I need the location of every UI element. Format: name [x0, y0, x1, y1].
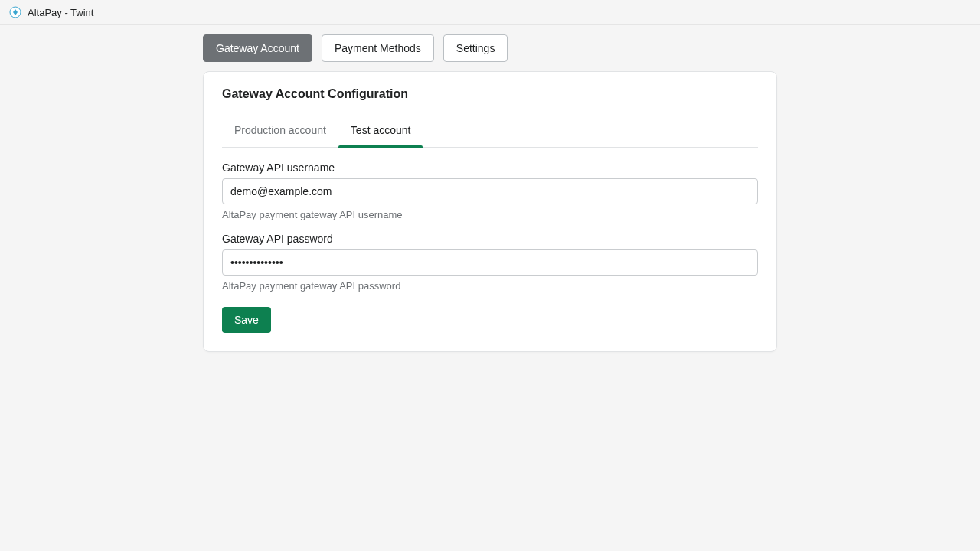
card-title: Gateway Account Configuration	[222, 87, 758, 101]
password-help: AltaPay payment gateway API password	[222, 280, 758, 292]
username-input[interactable]	[222, 178, 758, 204]
username-label: Gateway API username	[222, 161, 758, 174]
app-title: AltaPay - Twint	[28, 7, 93, 18]
subtab-test[interactable]: Test account	[338, 115, 423, 147]
username-help: AltaPay payment gateway API username	[222, 209, 758, 220]
nav-tabs: Gateway Account Payment Methods Settings	[203, 34, 777, 62]
password-group: Gateway API password AltaPay payment gat…	[222, 233, 758, 292]
tab-settings[interactable]: Settings	[443, 34, 508, 62]
app-logo-icon	[9, 6, 21, 18]
password-label: Gateway API password	[222, 233, 758, 245]
subtabs: Production account Test account	[222, 115, 758, 148]
password-input[interactable]	[222, 249, 758, 276]
save-button[interactable]: Save	[222, 307, 271, 333]
topbar: AltaPay - Twint	[0, 0, 980, 25]
username-group: Gateway API username AltaPay payment gat…	[222, 161, 758, 220]
tab-payment-methods[interactable]: Payment Methods	[322, 34, 434, 62]
tab-gateway-account[interactable]: Gateway Account	[203, 34, 312, 62]
main-container: Gateway Account Payment Methods Settings…	[203, 25, 777, 370]
subtab-production[interactable]: Production account	[222, 115, 338, 147]
config-card: Gateway Account Configuration Production…	[203, 71, 777, 352]
